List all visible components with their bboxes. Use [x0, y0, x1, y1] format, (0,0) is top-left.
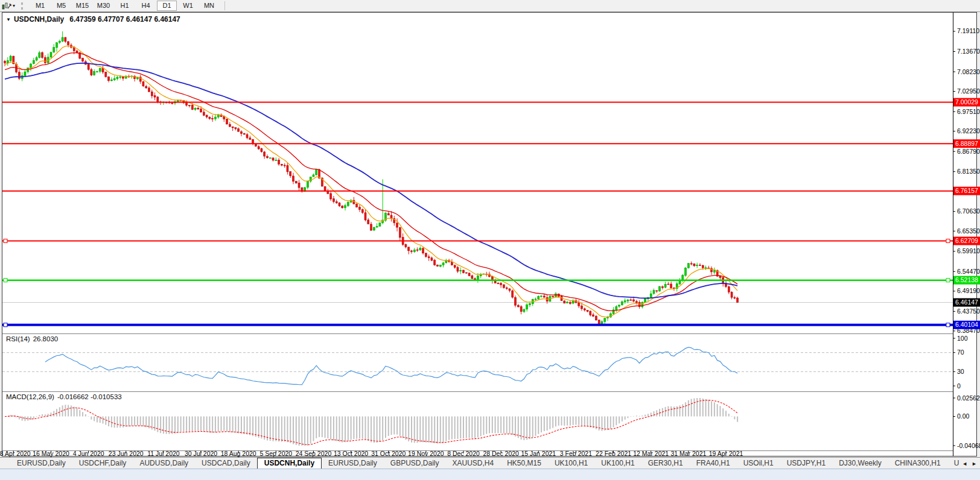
- tab-xauusd-h4[interactable]: XAUUSD,H4: [445, 458, 500, 469]
- hline-handle[interactable]: [946, 239, 950, 243]
- macd-tick-label: 0.00: [957, 412, 970, 420]
- hline-handle[interactable]: [4, 323, 7, 327]
- tab-usoil-h1[interactable]: USOil,H1: [737, 458, 780, 469]
- tab-fra40-h1[interactable]: FRA40,H1: [690, 458, 737, 469]
- svg-text:6.46147: 6.46147: [955, 298, 978, 306]
- date-tick-label: 28 Apr 2020: [0, 450, 31, 457]
- timeframe-button-m1[interactable]: M1: [30, 1, 50, 11]
- status-bar: [0, 469, 980, 480]
- price-tick-label: 7.19110: [957, 27, 979, 34]
- price-tick-label: 7.02950: [957, 87, 980, 95]
- svg-text:6.76157: 6.76157: [955, 187, 978, 194]
- rsi-value: 26.8030: [33, 335, 59, 343]
- tab-eurusd-daily[interactable]: EURUSD,Daily: [10, 458, 72, 469]
- tab-dj30-weekly[interactable]: DJ30,Weekly: [832, 458, 888, 469]
- timeframe-button-mn[interactable]: MN: [199, 1, 219, 11]
- chart-title: ▼USDCNH,Daily6.47359 6.47707 6.46147 6.4…: [6, 15, 180, 24]
- macd-tick-label: 0.025623: [957, 394, 980, 402]
- timeframe-button-m15[interactable]: M15: [72, 1, 92, 11]
- price-tick-label: 6.59910: [957, 247, 980, 254]
- price-tick-label: 6.54470: [957, 268, 980, 275]
- dropdown-caret-icon[interactable]: ▾: [13, 3, 15, 8]
- svg-text:6.62709: 6.62709: [955, 237, 978, 244]
- date-tick-label: 15 Jan 2021: [521, 450, 556, 457]
- tab-uk100-h1[interactable]: UK100,H1: [594, 458, 641, 469]
- tab-gbpusd-daily[interactable]: GBPUSD,Daily: [384, 458, 446, 469]
- date-tick-label: 19 Apr 2021: [709, 450, 743, 457]
- date-tick-label: 3 Feb 2021: [560, 450, 592, 457]
- rsi-tick-label: 0: [957, 382, 961, 390]
- date-tick-label: 23 Jun 2020: [109, 450, 144, 457]
- timeframe-buttons: M1M5M15M30H1H4D1W1MN: [30, 0, 220, 11]
- price-tick-label: 7.08230: [957, 68, 980, 75]
- timeframe-button-d1[interactable]: D1: [157, 1, 177, 11]
- tab-scroll-right-icon[interactable]: ►: [972, 461, 977, 467]
- symbol-tabbar: EURUSD,DailyUSDCHF,DailyAUDUSD,DailyUSDC…: [0, 457, 980, 469]
- tab-u[interactable]: U: [947, 458, 962, 469]
- timeframe-button-h4[interactable]: H4: [136, 1, 156, 11]
- chart-symbol-label: USDCNH,Daily: [14, 15, 64, 24]
- price-tick-label: 6.92230: [957, 127, 980, 134]
- tab-ger30-h1[interactable]: GER30,H1: [641, 458, 690, 469]
- chart-canvas[interactable]: 7.191107.136707.082307.029506.975106.922…: [0, 0, 980, 480]
- timeframe-button-h1[interactable]: H1: [115, 1, 135, 11]
- price-tick-label: 6.65350: [957, 227, 980, 235]
- date-tick-label: 16 May 2020: [33, 450, 69, 457]
- date-tick-label: 5 Sep 2020: [259, 450, 292, 457]
- price-tick-label: 7.13670: [957, 48, 980, 55]
- rsi-label: RSI(14)26.8030: [6, 335, 58, 343]
- timeframe-button-m30[interactable]: M30: [94, 1, 113, 11]
- rsi-tick-label: 30: [957, 368, 964, 375]
- toolbar-separator: [224, 1, 225, 10]
- tab-scroll-buttons: ◄ ►: [962, 458, 980, 469]
- price-tick-label: 6.43750: [957, 308, 980, 315]
- tab-china300-h1[interactable]: CHINA300,H1: [888, 458, 947, 469]
- date-tick-label: 30 Jul 2020: [185, 450, 217, 457]
- rsi-tick-label: 100: [957, 335, 968, 342]
- tab-usdcad-daily[interactable]: USDCAD,Daily: [195, 458, 257, 469]
- hline-handle[interactable]: [946, 323, 950, 327]
- rsi-indicator-name: RSI(14): [6, 335, 30, 343]
- date-tick-label: 31 Oct 2020: [371, 450, 406, 457]
- mt4-window: ▾ M1M5M15M30H1H4D1W1MN 7.191107.136707.0…: [0, 0, 980, 480]
- date-tick-label: 19 Nov 2020: [408, 450, 444, 457]
- price-tick-label: 6.81350: [957, 168, 980, 175]
- date-tick-label: 24 Sep 2020: [296, 450, 332, 457]
- date-tick-label: 8 Dec 2020: [447, 450, 480, 457]
- date-tick-label: 18 Aug 2020: [221, 450, 256, 457]
- collapse-caret-icon[interactable]: ▼: [6, 17, 11, 22]
- tab-uk100-h1[interactable]: UK100,H1: [548, 458, 594, 469]
- tab-hk50-m15[interactable]: HK50,M15: [500, 458, 548, 469]
- toolbar: ▾ M1M5M15M30H1H4D1W1MN: [0, 0, 980, 12]
- date-tick-label: 11 Jul 2020: [147, 450, 180, 457]
- date-tick-label: 22 Feb 2021: [596, 450, 631, 457]
- tab-audusd-daily[interactable]: AUDUSD,Daily: [133, 458, 195, 469]
- hline-handle[interactable]: [4, 279, 7, 282]
- tab-eurusd-daily[interactable]: EURUSD,Daily: [322, 458, 384, 469]
- svg-text:6.88897: 6.88897: [955, 140, 978, 147]
- tab-scroll-left-icon[interactable]: ◄: [962, 461, 967, 467]
- price-tick-label: 6.49190: [957, 287, 980, 294]
- price-tick-label: 6.70630: [957, 207, 980, 215]
- macd-indicator-name: MACD(12,26,9): [6, 393, 54, 400]
- tab-usdchf-daily[interactable]: USDCHF,Daily: [72, 458, 133, 469]
- svg-text:6.40104: 6.40104: [955, 321, 978, 328]
- macd-label: MACD(12,26,9)-0.016662 -0.010533: [6, 393, 122, 400]
- rsi-tick-label: 70: [957, 349, 964, 356]
- toolbar-grip: [21, 2, 25, 10]
- timeframe-button-w1[interactable]: W1: [178, 1, 198, 11]
- timeframe-button-m5[interactable]: M5: [51, 1, 71, 11]
- date-tick-label: 13 Oct 2020: [334, 450, 368, 457]
- svg-text:7.00029: 7.00029: [955, 98, 978, 106]
- date-tick-label: 12 Mar 2021: [633, 450, 669, 457]
- tab-usdjpy-h1[interactable]: USDJPY,H1: [780, 458, 832, 469]
- svg-text:6.52138: 6.52138: [955, 276, 978, 283]
- price-tick-label: 6.97510: [957, 108, 980, 115]
- chart-indicator-icon[interactable]: [2, 2, 11, 10]
- tab-usdcnh-daily[interactable]: USDCNH,Daily: [257, 458, 322, 469]
- symbol-tabs: EURUSD,DailyUSDCHF,DailyAUDUSD,DailyUSDC…: [0, 458, 962, 469]
- date-tick-label: 28 Dec 2020: [483, 450, 519, 457]
- hline-handle[interactable]: [946, 279, 950, 282]
- hline-handle[interactable]: [4, 239, 7, 243]
- chart-ohlc-values: 6.47359 6.47707 6.46147 6.46147: [69, 15, 180, 24]
